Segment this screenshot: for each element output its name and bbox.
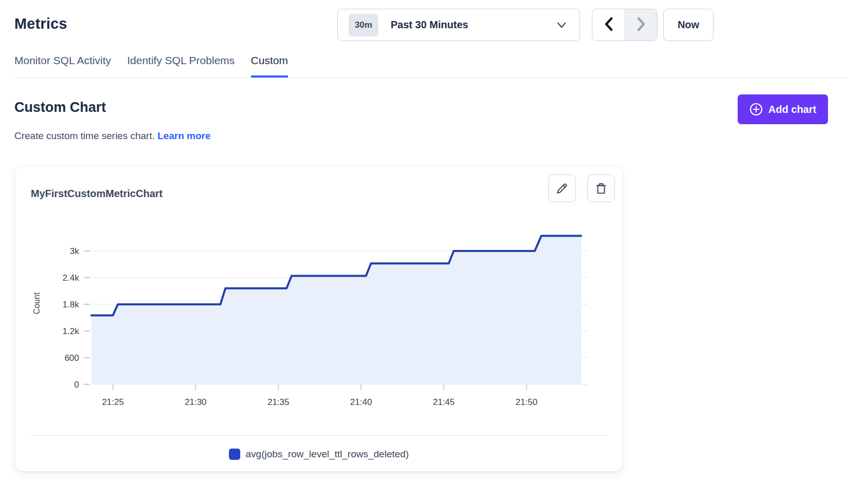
edit-chart-button[interactable] bbox=[548, 175, 576, 202]
svg-text:21:25: 21:25 bbox=[102, 397, 124, 407]
svg-text:600: 600 bbox=[65, 353, 79, 363]
previous-window-button[interactable] bbox=[592, 9, 625, 41]
custom-chart-card: MyFirstCustomMetricChart Count 06001.2k1… bbox=[15, 166, 622, 471]
section-title: Custom Chart bbox=[14, 100, 106, 115]
custom-chart-plot[interactable]: 06001.2k1.8k2.4k3k21:2521:3021:3521:4021… bbox=[15, 217, 622, 407]
time-range-badge: 30m bbox=[349, 14, 378, 36]
chevron-left-icon bbox=[604, 17, 614, 33]
time-range-label: Past 30 Minutes bbox=[391, 19, 468, 31]
chart-legend[interactable]: avg(jobs_row_level_ttl_rows_deleted) bbox=[15, 449, 622, 460]
svg-text:21:40: 21:40 bbox=[350, 397, 372, 407]
page-title: Metrics bbox=[14, 15, 67, 32]
next-window-button-disabled[interactable] bbox=[625, 9, 657, 41]
svg-text:21:50: 21:50 bbox=[515, 397, 537, 407]
svg-text:2.4k: 2.4k bbox=[63, 273, 80, 283]
section-subtitle: Create custom time series chart. Learn m… bbox=[14, 130, 210, 142]
pencil-icon bbox=[556, 182, 568, 195]
learn-more-link[interactable]: Learn more bbox=[158, 130, 210, 141]
svg-text:1.2k: 1.2k bbox=[63, 326, 80, 336]
tab-monitor-sql-activity[interactable]: Monitor SQL Activity bbox=[14, 54, 111, 75]
now-button-label: Now bbox=[678, 19, 699, 31]
svg-text:21:35: 21:35 bbox=[267, 397, 290, 407]
tab-identify-sql-problems[interactable]: Identify SQL Problems bbox=[127, 54, 235, 75]
time-window-nav bbox=[592, 9, 658, 41]
chevron-right-icon bbox=[636, 17, 646, 33]
legend-swatch-icon bbox=[229, 449, 240, 460]
chart-title: MyFirstCustomMetricChart bbox=[31, 188, 163, 200]
add-chart-label: Add chart bbox=[768, 104, 816, 115]
svg-text:21:30: 21:30 bbox=[185, 397, 207, 407]
add-chart-button[interactable]: Add chart bbox=[738, 94, 828, 124]
legend-divider bbox=[30, 435, 608, 436]
metrics-tab-bar: Monitor SQL Activity Identify SQL Proble… bbox=[14, 54, 302, 77]
plus-circle-icon bbox=[749, 103, 763, 116]
chevron-down-icon bbox=[557, 22, 566, 31]
trash-icon bbox=[595, 182, 607, 195]
legend-series-label: avg(jobs_row_level_ttl_rows_deleted) bbox=[246, 449, 409, 460]
tab-bar-divider bbox=[14, 77, 847, 78]
delete-chart-button[interactable] bbox=[587, 175, 615, 202]
section-subtitle-text: Create custom time series chart. bbox=[14, 130, 155, 141]
time-range-dropdown[interactable]: 30m Past 30 Minutes bbox=[337, 9, 580, 41]
tab-custom[interactable]: Custom bbox=[251, 54, 288, 77]
svg-text:1.8k: 1.8k bbox=[63, 300, 80, 309]
svg-text:21:45: 21:45 bbox=[433, 397, 455, 407]
svg-text:3k: 3k bbox=[70, 246, 79, 256]
now-button[interactable]: Now bbox=[663, 9, 714, 41]
svg-text:0: 0 bbox=[74, 380, 79, 390]
